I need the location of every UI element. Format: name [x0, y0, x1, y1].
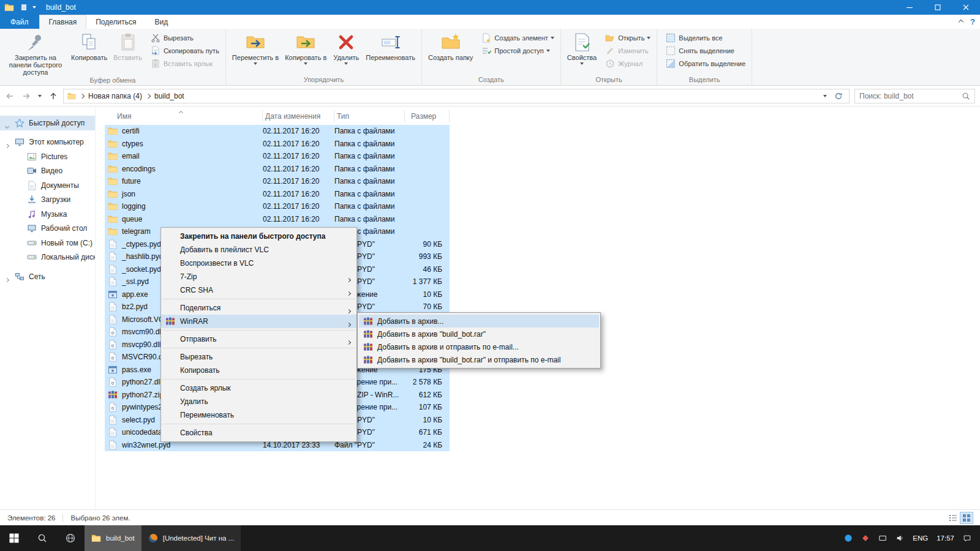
- select-none-button[interactable]: Снять выделение: [663, 44, 748, 57]
- copy-button[interactable]: Копировать: [69, 31, 110, 61]
- copy-to-button[interactable]: Копировать в: [282, 31, 329, 65]
- maximize-button[interactable]: [924, 0, 952, 15]
- taskbar-app-0[interactable]: build_bot: [85, 525, 141, 551]
- tray-volume-icon[interactable]: [895, 534, 904, 542]
- collapse-ribbon-icon[interactable]: [959, 19, 963, 24]
- sidebar-item-10[interactable]: Сеть: [0, 269, 95, 284]
- language-indicator[interactable]: ENG: [913, 534, 928, 542]
- copy-path-button[interactable]: Скопировать путь: [148, 44, 222, 57]
- easy-access-button[interactable]: Простой доступ: [478, 44, 557, 57]
- breadcrumb-item[interactable]: Новая папка (4): [88, 92, 142, 100]
- sidebar-item-3[interactable]: Видео: [0, 164, 95, 179]
- tray-display-icon[interactable]: [878, 534, 887, 542]
- delete-button[interactable]: Удалить: [330, 31, 362, 65]
- new-item-button[interactable]: Создать элемент: [478, 31, 557, 44]
- back-icon[interactable]: [5, 91, 15, 101]
- select-all-button[interactable]: Выделить все: [663, 31, 748, 44]
- file-row[interactable]: email02.11.2017 16:20Папка с файлами: [105, 150, 450, 163]
- minimize-button[interactable]: [895, 0, 924, 15]
- context-menu-item-9[interactable]: Отправить: [161, 332, 356, 346]
- file-row[interactable]: future02.11.2017 16:20Папка с файлами: [105, 175, 450, 188]
- context-menu-item-4[interactable]: CRC SHA: [161, 283, 356, 297]
- edit-button[interactable]: Изменить: [602, 44, 654, 57]
- winrar-submenu-item-1[interactable]: Добавить в архив "build_bot.rar": [359, 328, 599, 340]
- file-row[interactable]: certifi02.11.2017 16:20Папка с файлами: [105, 125, 450, 138]
- sidebar-item-1[interactable]: Этот компьютер: [0, 135, 95, 150]
- sidebar-item-6[interactable]: Музыка: [0, 207, 95, 222]
- history-button[interactable]: Журнал: [602, 57, 654, 70]
- refresh-icon[interactable]: [834, 92, 843, 100]
- column-header-date[interactable]: Дата изменения: [263, 110, 334, 122]
- file-row[interactable]: queue02.11.2017 16:20Папка с файлами: [105, 213, 450, 226]
- context-menu-item-14[interactable]: Создать ярлык: [161, 381, 356, 395]
- start-button[interactable]: [0, 525, 28, 551]
- details-view-button[interactable]: [947, 512, 959, 523]
- expander-chevron-icon[interactable]: [6, 275, 9, 283]
- open-button[interactable]: Открыть: [602, 31, 654, 44]
- expander-chevron-icon[interactable]: [6, 121, 9, 130]
- column-header-name[interactable]: Имя: [105, 110, 263, 122]
- paste-button[interactable]: Вставить: [111, 31, 145, 61]
- taskbar-app-1[interactable]: [Undetected] Чит на ...: [141, 525, 241, 551]
- file-row[interactable]: logging02.11.2017 16:20Папка с файлами: [105, 200, 450, 213]
- tab-file[interactable]: Файл: [0, 15, 39, 29]
- paste-shortcut-button[interactable]: Вставить ярлык: [148, 57, 222, 70]
- sidebar-item-0[interactable]: Быстрый доступ: [0, 116, 95, 130]
- column-header-size[interactable]: Размер: [405, 110, 450, 122]
- context-menu-item-18[interactable]: Свойства: [161, 426, 356, 440]
- sidebar-item-9[interactable]: Локальный диск (D: [0, 250, 95, 265]
- context-menu-item-6[interactable]: Поделиться: [161, 301, 356, 315]
- winrar-submenu-item-2[interactable]: Добавить в архив и отправить по e-mail..…: [359, 340, 599, 353]
- context-menu-item-0[interactable]: Закрепить на панели быстрого доступа: [161, 230, 356, 243]
- customize-toolbar-chevron[interactable]: [32, 6, 36, 9]
- tray-app-icon-1[interactable]: [844, 534, 853, 542]
- taskbar-search-button[interactable]: [28, 525, 56, 551]
- file-row[interactable]: ctypes02.11.2017 16:20Папка с файлами: [105, 138, 450, 151]
- move-to-button[interactable]: Переместить в: [230, 31, 281, 65]
- expander-chevron-icon[interactable]: [6, 141, 9, 149]
- close-button[interactable]: [952, 0, 980, 15]
- context-menu-item-1[interactable]: Добавить в плейлист VLC: [161, 243, 356, 257]
- taskbar-browser-button[interactable]: [56, 525, 85, 551]
- context-menu-item-3[interactable]: 7-Zip: [161, 270, 356, 283]
- winrar-submenu-item-3[interactable]: Добавить в архив "build_bot.rar" и отпра…: [359, 353, 599, 366]
- forward-icon[interactable]: [21, 91, 31, 101]
- rename-button[interactable]: Переименовать: [363, 31, 418, 61]
- cut-button[interactable]: Вырезать: [148, 31, 222, 44]
- new-folder-button[interactable]: Создать папку: [426, 31, 475, 61]
- notification-center-icon[interactable]: [963, 534, 971, 542]
- winrar-submenu-item-0[interactable]: Добавить в архив...: [359, 315, 599, 328]
- column-header-type[interactable]: Тип: [334, 110, 405, 122]
- search-icon[interactable]: [962, 92, 970, 100]
- context-menu-item-12[interactable]: Копировать: [161, 364, 356, 377]
- address-dropdown-chevron[interactable]: [823, 95, 827, 97]
- up-icon[interactable]: [48, 91, 58, 101]
- sidebar-item-4[interactable]: Документы: [0, 178, 95, 193]
- clock[interactable]: 17:57: [937, 534, 954, 542]
- sidebar-item-8[interactable]: Новый том (C:): [0, 236, 95, 250]
- context-menu-item-7[interactable]: WinRAR: [161, 315, 356, 328]
- tab-1[interactable]: Поделиться: [86, 15, 145, 29]
- invert-selection-button[interactable]: Обратить выделение: [663, 57, 748, 70]
- properties-button[interactable]: Свойства: [565, 31, 599, 65]
- context-menu-item-16[interactable]: Переименовать: [161, 408, 356, 422]
- tab-0[interactable]: Главная: [39, 15, 87, 29]
- file-row[interactable]: encodings02.11.2017 16:20Папка с файлами: [105, 163, 450, 176]
- address-box[interactable]: Новая папка (4) build_bot: [63, 89, 850, 103]
- pin-button[interactable]: Закрепить на панели быстрого доступа: [4, 31, 67, 76]
- sidebar-item-7[interactable]: Рабочий стол: [0, 222, 95, 236]
- help-icon[interactable]: ?: [970, 17, 975, 26]
- context-menu-item-11[interactable]: Вырезать: [161, 350, 356, 364]
- recent-locations-chevron[interactable]: [38, 95, 42, 97]
- context-menu-item-15[interactable]: Удалить: [161, 395, 356, 408]
- thumbnails-view-button[interactable]: [960, 512, 973, 523]
- quick-access-toolbar-icon[interactable]: [20, 4, 28, 11]
- sidebar-item-2[interactable]: Pictures: [0, 149, 95, 164]
- sidebar-item-5[interactable]: Загрузки: [0, 193, 95, 208]
- search-input[interactable]: [859, 92, 962, 100]
- file-row[interactable]: json02.11.2017 16:20Папка с файлами: [105, 188, 450, 201]
- breadcrumb-item[interactable]: build_bot: [154, 92, 184, 100]
- tab-2[interactable]: Вид: [145, 15, 177, 29]
- context-menu-item-2[interactable]: Воспроизвести в VLC: [161, 257, 356, 270]
- tray-app-icon-2[interactable]: [861, 534, 870, 542]
